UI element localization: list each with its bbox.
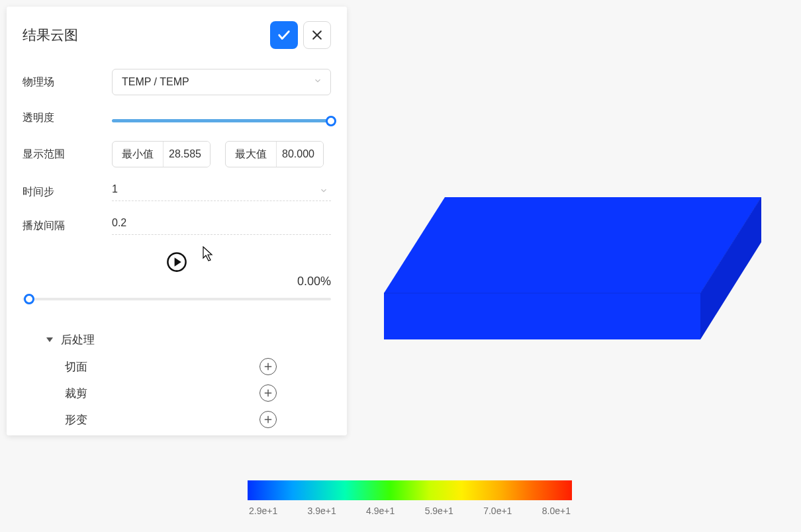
progress-percent: 0.00%: [23, 275, 331, 288]
interval-value: 0.2: [112, 217, 126, 228]
legend-tick: 4.9e+1: [366, 506, 395, 516]
row-timestep: 时间步 1: [23, 183, 331, 201]
colorbar: [248, 480, 572, 500]
label-min: 最小值: [113, 142, 164, 167]
tree-item-deform[interactable]: 形变: [65, 411, 277, 428]
label-opacity: 透明度: [23, 111, 112, 125]
tree-parent-postprocess[interactable]: 后处理: [46, 332, 331, 347]
chevron-down-icon: [319, 186, 328, 198]
model-prism: [384, 197, 761, 339]
close-button[interactable]: [303, 21, 331, 49]
physics-select[interactable]: TEMP / TEMP: [112, 69, 331, 95]
results-panel: 结果云图 物理场 TEMP / TEMP 透明度: [7, 7, 347, 435]
progress-slider-thumb[interactable]: [24, 294, 34, 304]
tree-item-label: 切面: [65, 359, 87, 375]
post-process-tree: 后处理 切面 裁剪 形变: [46, 332, 331, 428]
row-physics: 物理场 TEMP / TEMP: [23, 69, 331, 95]
row-opacity: 透明度: [23, 111, 331, 125]
plus-icon: [263, 388, 273, 398]
close-icon: [310, 28, 324, 42]
label-timestep: 时间步: [23, 185, 112, 199]
timestep-select[interactable]: 1: [112, 183, 331, 201]
physics-select-value: TEMP / TEMP: [122, 76, 189, 88]
viewport-3d[interactable]: [357, 7, 794, 525]
label-interval: 播放间隔: [23, 219, 112, 233]
legend-ticks: 2.9e+1 3.9e+1 4.9e+1 5.9e+1 7.0e+1 8.0e+…: [248, 506, 572, 516]
tree-item-clip[interactable]: 裁剪: [65, 384, 277, 402]
legend-tick: 7.0e+1: [483, 506, 512, 516]
color-legend: 2.9e+1 3.9e+1 4.9e+1 5.9e+1 7.0e+1 8.0e+…: [248, 480, 572, 516]
panel-header-buttons: [270, 21, 331, 49]
add-clip-button[interactable]: [259, 384, 277, 402]
chevron-down-icon: [313, 76, 322, 88]
legend-tick: 5.9e+1: [425, 506, 453, 516]
max-input[interactable]: [277, 142, 323, 167]
tree-item-label: 形变: [65, 412, 87, 427]
legend-tick: 8.0e+1: [542, 506, 571, 516]
row-play: [23, 251, 331, 273]
legend-tick: 2.9e+1: [249, 506, 277, 516]
progress-slider[interactable]: [23, 298, 331, 300]
range-group: 最小值 最大值: [112, 141, 331, 167]
opacity-slider[interactable]: [112, 119, 331, 122]
confirm-button[interactable]: [270, 21, 298, 49]
svg-marker-10: [384, 197, 761, 293]
panel-title: 结果云图: [23, 26, 78, 44]
min-input[interactable]: [164, 142, 210, 167]
play-button[interactable]: [165, 251, 188, 273]
add-deform-button[interactable]: [259, 411, 277, 428]
tree-parent-label: 后处理: [61, 332, 95, 347]
timestep-value: 1: [112, 183, 118, 195]
play-icon: [165, 251, 188, 273]
add-section-button[interactable]: [259, 358, 277, 375]
plus-icon: [263, 415, 273, 424]
svg-marker-11: [384, 293, 700, 339]
svg-marker-3: [175, 257, 181, 267]
legend-tick: 3.9e+1: [308, 506, 336, 516]
opacity-slider-thumb[interactable]: [326, 116, 336, 126]
tree-item-label: 裁剪: [65, 386, 87, 401]
plus-icon: [263, 362, 273, 371]
row-range: 显示范围 最小值 最大值: [23, 141, 331, 167]
row-interval: 播放间隔 0.2: [23, 217, 331, 235]
panel-header: 结果云图: [23, 21, 331, 49]
label-max: 最大值: [226, 142, 277, 167]
tree-item-section[interactable]: 切面: [65, 358, 277, 375]
range-max-group: 最大值: [225, 141, 324, 167]
tree-children: 切面 裁剪 形变: [65, 358, 331, 428]
range-min-group: 最小值: [112, 141, 211, 167]
label-physics: 物理场: [23, 75, 112, 89]
label-range: 显示范围: [23, 148, 112, 161]
check-icon: [277, 28, 291, 42]
caret-down-icon: [46, 337, 53, 342]
